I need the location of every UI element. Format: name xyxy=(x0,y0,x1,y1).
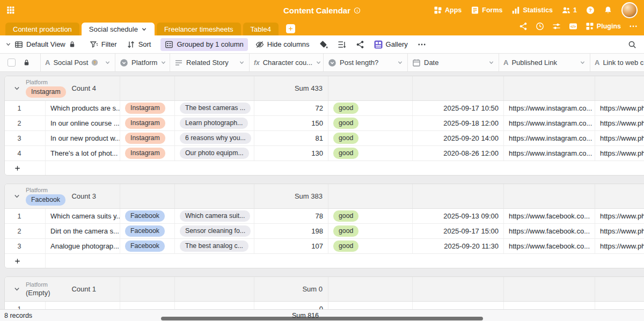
help-button[interactable]: ? xyxy=(586,6,595,14)
cell-weblink[interactable]: https://www.phot... xyxy=(595,116,644,130)
column-menu-icon[interactable] xyxy=(397,60,403,65)
group-header[interactable]: PlatformFacebookCount 3Sum 383 xyxy=(5,184,644,209)
column-menu-icon[interactable] xyxy=(160,60,166,65)
cell-date[interactable]: 2025-09-20 11:30 xyxy=(413,239,504,253)
cell-weblink[interactable]: https://www.phot... xyxy=(595,146,644,160)
cell-post[interactable]: In our new product w... xyxy=(46,131,120,145)
row-number[interactable]: 1 xyxy=(5,209,46,223)
column-header-weblink[interactable]: ALink to web c... xyxy=(590,54,644,71)
cell-length[interactable]: good xyxy=(328,146,413,160)
row-number[interactable]: 3 xyxy=(5,131,46,145)
add-row[interactable] xyxy=(5,161,644,175)
cell-platform[interactable]: Instagram xyxy=(120,101,175,115)
row-number[interactable]: 2 xyxy=(5,116,46,130)
column-header-platform[interactable]: Platform xyxy=(115,54,170,71)
cell-platform[interactable] xyxy=(120,302,175,309)
add-table-button[interactable] xyxy=(286,24,295,33)
table-row[interactable]: 2In our online course ...InstagramLearn … xyxy=(5,116,644,131)
cell-weblink[interactable]: https://www.phot... xyxy=(595,239,644,253)
cell-post[interactable]: There's a lot of phot... xyxy=(46,146,120,160)
row-number[interactable]: 1 xyxy=(5,302,46,309)
cell-post[interactable]: Which products are s... xyxy=(46,101,120,115)
select-all-checkbox[interactable] xyxy=(8,59,16,67)
cell-story[interactable]: Sensor cleaning fo... xyxy=(175,224,254,238)
cell-chars[interactable]: 198 xyxy=(254,224,328,238)
cell-story[interactable]: Learn photograph... xyxy=(175,116,254,130)
cell-weblink[interactable]: https://www.phot... xyxy=(595,209,644,223)
cell-post[interactable]: Dirt on the camera s... xyxy=(46,224,120,238)
row-number[interactable]: 1 xyxy=(5,101,46,115)
app-menu-icon[interactable] xyxy=(6,6,15,14)
horizontal-scrollbar[interactable] xyxy=(161,317,483,320)
group-collapse-icon[interactable] xyxy=(13,286,20,293)
cell-date[interactable]: 2025-09-13 09:00 xyxy=(413,209,504,223)
group-collapse-icon[interactable] xyxy=(13,85,20,92)
cell-chars[interactable]: 78 xyxy=(254,209,328,223)
row-number[interactable]: 4 xyxy=(5,146,46,160)
cell-date[interactable]: 2025-09-17 10:50 xyxy=(413,101,504,115)
cell-published[interactable]: https://www.instagram.co... xyxy=(504,131,595,145)
cell-platform[interactable]: Facebook xyxy=(120,224,175,238)
cell-platform[interactable]: Instagram xyxy=(120,116,175,130)
table-tab-4[interactable]: Table4 xyxy=(243,23,279,35)
history-icon[interactable] xyxy=(536,22,544,31)
cell-length[interactable]: good xyxy=(328,209,413,223)
group-header[interactable]: Platform(Empty)Count 1Sum 0 xyxy=(5,277,644,302)
column-header-length[interactable]: Post length? xyxy=(324,54,408,71)
user-avatar[interactable] xyxy=(621,2,638,18)
table-tab-1[interactable]: Content production xyxy=(5,23,79,35)
cell-published[interactable]: https://www.facebook.co... xyxy=(504,209,595,223)
group-button[interactable]: Grouped by 1 column xyxy=(160,38,247,51)
cell-story[interactable] xyxy=(175,302,254,309)
cell-length[interactable]: good xyxy=(328,224,413,238)
cell-published[interactable]: https://www.instagram.co... xyxy=(504,146,595,160)
cell-published[interactable]: https://www.instagram.co... xyxy=(504,101,595,115)
cell-post[interactable] xyxy=(46,302,120,309)
api-code-icon[interactable]: </> xyxy=(569,22,577,31)
cell-weblink[interactable] xyxy=(595,302,644,309)
cell-date[interactable]: 2025-09-17 15:00 xyxy=(413,224,504,238)
cell-weblink[interactable]: https://www.phot... xyxy=(595,101,644,115)
cell-date[interactable] xyxy=(413,302,504,309)
table-row[interactable]: 1Which camera suits y...FacebookWhich ca… xyxy=(5,209,644,224)
group-collapse-icon[interactable] xyxy=(13,193,20,200)
cell-chars[interactable]: 130 xyxy=(254,146,328,160)
column-menu-icon[interactable] xyxy=(316,60,321,65)
cell-platform[interactable]: Instagram xyxy=(120,146,175,160)
table-row[interactable]: 3In our new product w...Instagram6 reaso… xyxy=(5,131,644,146)
table-row[interactable]: 1Which products are s...InstagramThe bes… xyxy=(5,101,644,116)
search-icon[interactable] xyxy=(628,40,636,49)
column-header-story[interactable]: Related Story xyxy=(170,54,250,71)
table-tab-3[interactable]: Freelancer timesheets xyxy=(157,23,241,35)
cell-story[interactable]: 6 reasons why you... xyxy=(175,131,254,145)
row-height-button[interactable] xyxy=(338,40,346,49)
row-number[interactable]: 3 xyxy=(5,239,46,253)
cell-chars[interactable]: 107 xyxy=(254,239,328,253)
cell-platform[interactable]: Facebook xyxy=(120,239,175,253)
view-switcher[interactable]: Default View xyxy=(5,40,76,49)
cell-chars[interactable]: 0 xyxy=(254,302,328,309)
title-info-icon[interactable] xyxy=(354,7,361,14)
group-header[interactable]: PlatformInstagramCount 4Sum 433 xyxy=(5,76,644,101)
cell-story[interactable]: Our photo equipm... xyxy=(175,146,254,160)
table-row[interactable]: 10 xyxy=(5,302,644,309)
add-row[interactable] xyxy=(5,254,644,268)
column-menu-icon[interactable] xyxy=(239,60,245,65)
automations-icon[interactable] xyxy=(552,22,561,31)
column-header-chars[interactable]: fxCharacter cou... xyxy=(250,54,324,71)
forms-button[interactable]: Forms xyxy=(471,6,502,14)
cell-length[interactable] xyxy=(328,302,413,309)
cell-published[interactable]: https://www.facebook.co... xyxy=(504,239,595,253)
cell-date[interactable]: 2025-09-18 12:00 xyxy=(413,116,504,130)
sort-button[interactable]: Sort xyxy=(127,40,151,49)
share-icon[interactable] xyxy=(519,22,528,31)
statistics-button[interactable]: Statistics xyxy=(511,6,553,14)
cell-date[interactable]: 2025-09-20 14:00 xyxy=(413,131,504,145)
cell-story[interactable]: The best cameras ... xyxy=(175,101,254,115)
column-menu-icon[interactable] xyxy=(488,60,494,65)
cell-platform[interactable]: Facebook xyxy=(120,209,175,223)
cell-published[interactable]: https://www.facebook.co... xyxy=(504,224,595,238)
cell-weblink[interactable]: https://www.phot... xyxy=(595,224,644,238)
column-header-post[interactable]: ASocial Post? xyxy=(41,54,115,71)
hide-columns-button[interactable]: Hide columns xyxy=(255,40,310,49)
